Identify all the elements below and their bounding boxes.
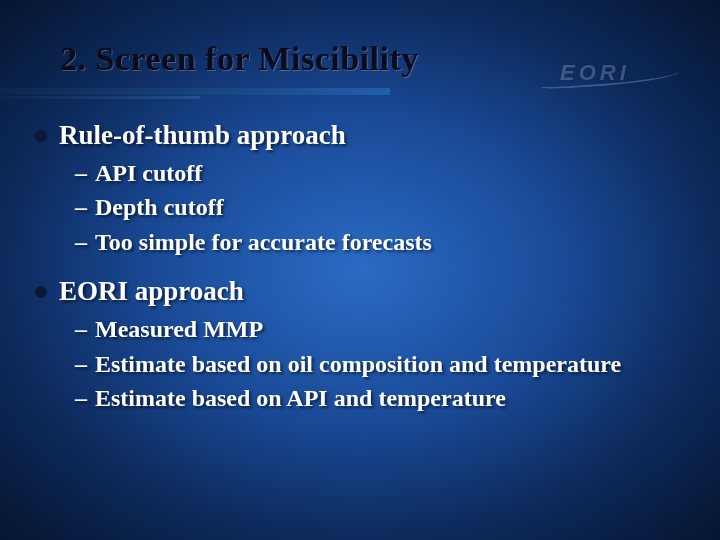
- bullet-text: Rule-of-thumb approach: [59, 120, 346, 151]
- dash-icon: –: [75, 313, 87, 345]
- sub-bullet-item: – Depth cutoff: [75, 191, 700, 223]
- sub-list: – API cutoff – Depth cutoff – Too simple…: [75, 157, 700, 258]
- slide-title: 2. Screen for Miscibility: [60, 40, 660, 78]
- sub-bullet-text: API cutoff: [95, 157, 202, 189]
- bullet-item: Rule-of-thumb approach: [35, 120, 700, 151]
- slide-body: Rule-of-thumb approach – API cutoff – De…: [35, 120, 700, 432]
- dash-icon: –: [75, 382, 87, 414]
- sub-bullet-text: Depth cutoff: [95, 191, 224, 223]
- sub-bullet-item: – Measured MMP: [75, 313, 700, 345]
- dash-icon: –: [75, 226, 87, 258]
- sub-bullet-item: – Too simple for accurate forecasts: [75, 226, 700, 258]
- title-underline: [0, 88, 720, 100]
- sub-list: – Measured MMP – Estimate based on oil c…: [75, 313, 700, 414]
- sub-bullet-text: Measured MMP: [95, 313, 263, 345]
- dash-icon: –: [75, 348, 87, 380]
- bullet-dot-icon: [35, 130, 47, 142]
- sub-bullet-item: – API cutoff: [75, 157, 700, 189]
- bullet-text: EORI approach: [59, 276, 244, 307]
- bullet-item: EORI approach: [35, 276, 700, 307]
- sub-bullet-text: Estimate based on oil composition and te…: [95, 348, 621, 380]
- sub-bullet-text: Too simple for accurate forecasts: [95, 226, 432, 258]
- dash-icon: –: [75, 157, 87, 189]
- sub-bullet-text: Estimate based on API and temperature: [95, 382, 506, 414]
- bullet-dot-icon: [35, 286, 47, 298]
- sub-bullet-item: – Estimate based on API and temperature: [75, 382, 700, 414]
- sub-bullet-item: – Estimate based on oil composition and …: [75, 348, 700, 380]
- title-wrap: 2. Screen for Miscibility: [60, 40, 660, 78]
- dash-icon: –: [75, 191, 87, 223]
